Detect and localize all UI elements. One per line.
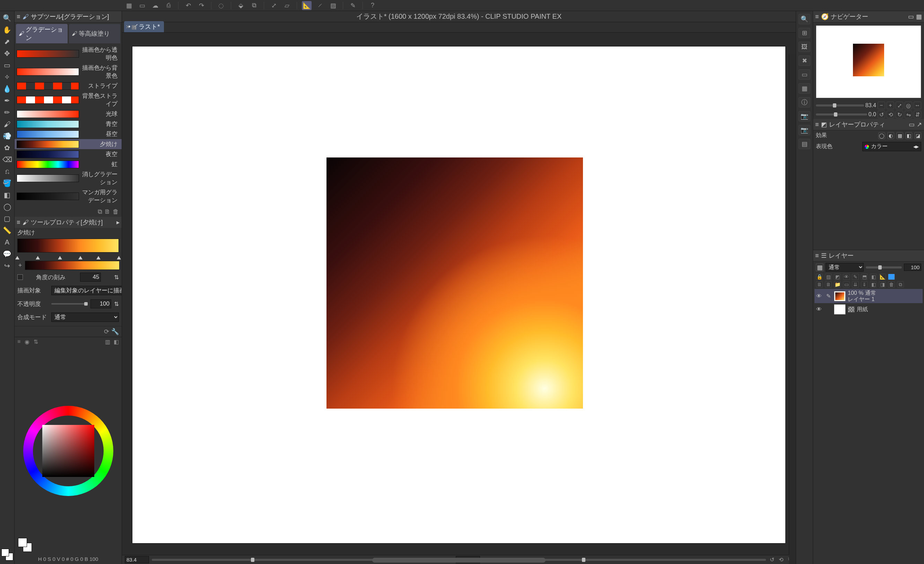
lp-border-icon[interactable]: ◯	[878, 132, 885, 139]
nav-mode2-icon[interactable]: ▦	[916, 13, 922, 21]
add-stop-icon[interactable]: +	[16, 262, 24, 269]
layer-mask-thumb[interactable]	[848, 306, 855, 313]
gradient-stop-handle[interactable]	[78, 256, 82, 259]
cmd-redo-icon[interactable]: ↷	[196, 1, 206, 10]
ref-layer-icon[interactable]: 👁	[843, 274, 850, 280]
tool-eyedropper[interactable]: 💧	[2, 84, 12, 94]
lock-all-icon[interactable]: 🔒	[816, 274, 823, 280]
menu-icon[interactable]: ≡	[815, 13, 819, 21]
opacity-slider[interactable]	[51, 303, 88, 305]
cmd-fill-icon[interactable]: ⬙	[236, 1, 246, 10]
tool-gradient[interactable]: ◧	[2, 190, 12, 200]
cmd-cloud-icon[interactable]: ☁	[150, 1, 160, 10]
cmd-help-icon[interactable]: ?	[368, 1, 377, 10]
gradient-preset-row[interactable]: 描画色から透明色	[15, 45, 122, 63]
stepper-icon[interactable]: ⇅	[114, 274, 119, 281]
tool-balloon[interactable]: 💬	[2, 249, 12, 259]
cmd-undo-icon[interactable]: ↶	[183, 1, 193, 10]
new-raster-icon[interactable]: 🗎	[816, 281, 823, 287]
angle-step-input[interactable]	[80, 273, 101, 282]
layer-opacity-input[interactable]	[904, 264, 921, 271]
gradient-preset-row[interactable]: 描画色から背景色	[15, 63, 122, 81]
lp-extra2-icon[interactable]: ↗	[917, 121, 922, 128]
merge-down-icon[interactable]: ⇓	[861, 281, 868, 287]
stepper-icon[interactable]: ⇅	[114, 300, 119, 308]
rb-search-icon[interactable]: 🔍	[798, 14, 810, 24]
rb-material2-icon[interactable]: ✖	[798, 56, 810, 66]
gradient-preset-row[interactable]: 虹	[15, 159, 122, 169]
new-frame-icon[interactable]: ▭	[843, 281, 850, 287]
nav-mode-icon[interactable]: ▭	[908, 13, 914, 21]
del-subtool-icon[interactable]: 🗑	[112, 208, 119, 215]
save-preset-icon[interactable]: ⟳	[104, 328, 109, 335]
blend-select[interactable]: 通常	[51, 313, 119, 322]
menu-icon[interactable]: ≡	[17, 338, 21, 345]
gradient-preset-row[interactable]: ストライプ	[15, 81, 122, 91]
cw-slider-tab-icon[interactable]: ⇅	[34, 338, 38, 345]
nav-fit-icon[interactable]: ⤢	[896, 102, 903, 109]
layer-row[interactable]: 👁用紙	[814, 303, 922, 316]
subtool-tab[interactable]: 🖌等高線塗り	[69, 24, 121, 44]
delete-layer-icon[interactable]: 🗑	[888, 281, 895, 287]
gradient-preset-row[interactable]: マンガ用グラデーション	[15, 187, 122, 205]
opacity-input[interactable]	[90, 299, 111, 308]
rb-info-icon[interactable]: ⓘ	[798, 97, 810, 108]
tool-frame[interactable]: ▢	[2, 214, 12, 223]
gradient-stop-handle[interactable]	[58, 256, 62, 259]
menu-icon[interactable]: ≡	[16, 219, 21, 226]
gradient-preset-row[interactable]: 夜空	[15, 149, 122, 159]
rb-item-icon[interactable]: 📷	[798, 111, 810, 122]
gradient-stop-handle[interactable]	[36, 256, 40, 259]
nav-zoom-slider[interactable]	[816, 104, 864, 107]
draw-target-select[interactable]: 編集対象のレイヤーに描画	[51, 286, 122, 295]
new-subtool-icon[interactable]: 🗎	[104, 208, 111, 215]
clip-mask-icon[interactable]: ⬒	[861, 274, 868, 280]
nav-rot-ccw-icon[interactable]: ↺	[878, 111, 885, 118]
lp-pattern-icon[interactable]: ▩	[896, 132, 903, 139]
gradient-preset-row[interactable]: 背景色ストライプ	[15, 91, 122, 109]
navigator-thumbnail[interactable]	[816, 25, 921, 98]
mask-enable-icon[interactable]: ◧	[870, 274, 877, 280]
menu-icon[interactable]: ≡	[815, 121, 819, 128]
tool-airbrush[interactable]: 💨	[2, 131, 12, 141]
lp-layercolor-icon[interactable]: ◪	[914, 132, 921, 139]
tool-move[interactable]: ✋	[2, 25, 12, 35]
nav-rot-slider[interactable]	[816, 113, 867, 116]
close-doc-icon[interactable]: ✕ ▦	[126, 24, 136, 30]
lp-tone-icon[interactable]: ◐	[887, 132, 894, 139]
tool-fill[interactable]: 🪣	[2, 178, 12, 188]
gradient-preset-row[interactable]: 昼空	[15, 129, 122, 139]
nav-zoomin-icon[interactable]: +	[886, 102, 894, 109]
cmd-snap-special-icon[interactable]: ⟋	[315, 1, 325, 10]
layer-blend-select[interactable]: 通常	[826, 263, 864, 272]
vertical-scrollbar[interactable]	[789, 54, 796, 555]
rot-reset-icon[interactable]: ⟲	[778, 557, 784, 563]
tool-ruler[interactable]: 📏	[2, 226, 12, 235]
rb-subview-icon[interactable]: ▤	[798, 139, 810, 149]
gradient-stop-handle[interactable]	[117, 256, 121, 259]
layer-visibility-icon[interactable]: 👁	[815, 293, 823, 299]
cw-mode2-icon[interactable]: ◧	[114, 338, 119, 345]
layercolor-toggle-icon[interactable]	[888, 274, 895, 280]
two-window-icon[interactable]: ⧉	[897, 281, 904, 287]
layer-thumbnail[interactable]	[834, 304, 846, 314]
new-folder-icon[interactable]: 📁	[834, 281, 841, 287]
subtool-tab[interactable]: 🖌グラデーション	[16, 24, 68, 44]
tool-marquee[interactable]: ▭	[2, 60, 12, 70]
tool-zoom[interactable]: 🔍	[2, 13, 12, 23]
cmd-monitor-icon[interactable]: ▭	[137, 1, 147, 10]
rb-material-icon[interactable]: 🖼	[798, 42, 810, 52]
ruler-link-icon[interactable]: 📐	[879, 274, 886, 280]
nav-flipv-icon[interactable]: ⇵	[914, 111, 921, 118]
add-mask-icon[interactable]: ◧	[870, 281, 877, 287]
horizontal-scrollbar[interactable]	[372, 558, 546, 562]
tool-pencil[interactable]: ✏	[2, 108, 12, 117]
cmd-transform-icon[interactable]: ⤢	[269, 1, 279, 10]
rb-quickaccess-icon[interactable]: ⊞	[798, 28, 810, 38]
nav-fliph-icon[interactable]: ⇋	[904, 111, 912, 118]
color-sv-square[interactable]	[42, 425, 94, 477]
cw-mode-icon[interactable]: ▥	[105, 338, 110, 345]
tool-layermove[interactable]: ✥	[2, 48, 12, 58]
lock-pixel-icon[interactable]: ▨	[825, 274, 832, 280]
gradient-stop-handle[interactable]	[96, 256, 100, 259]
